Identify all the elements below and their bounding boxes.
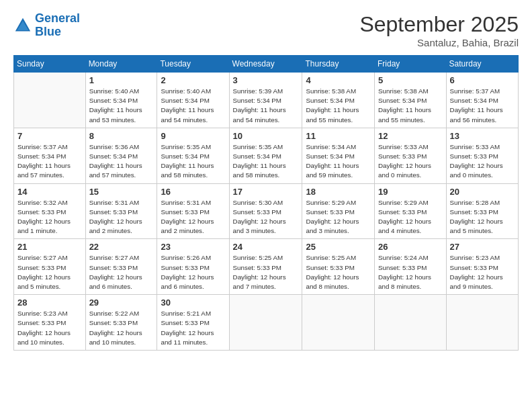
day-info: Sunrise: 5:26 AM Sunset: 5:33 PM Dayligh… [161,253,225,291]
calendar-cell: 14Sunrise: 5:32 AM Sunset: 5:33 PM Dayli… [14,183,86,239]
calendar-header-friday: Friday [375,56,447,73]
calendar-week-5: 28Sunrise: 5:23 AM Sunset: 5:33 PM Dayli… [14,295,519,351]
logo-line2: Blue [35,25,61,38]
day-number: 8 [89,131,154,141]
day-info: Sunrise: 5:27 AM Sunset: 5:33 PM Dayligh… [89,253,154,291]
calendar-week-1: 1Sunrise: 5:40 AM Sunset: 5:34 PM Daylig… [14,73,519,128]
day-number: 4 [306,75,371,85]
day-info: Sunrise: 5:35 AM Sunset: 5:34 PM Dayligh… [161,142,225,181]
calendar-cell: 26Sunrise: 5:24 AM Sunset: 5:33 PM Dayli… [375,239,447,295]
calendar-cell: 18Sunrise: 5:29 AM Sunset: 5:33 PM Dayli… [302,183,375,239]
logo-icon [13,16,32,35]
day-number: 30 [161,298,225,308]
calendar-header-tuesday: Tuesday [157,56,229,73]
day-info: Sunrise: 5:38 AM Sunset: 5:34 PM Dayligh… [306,87,371,125]
calendar-cell: 22Sunrise: 5:27 AM Sunset: 5:33 PM Dayli… [85,239,157,295]
day-info: Sunrise: 5:39 AM Sunset: 5:34 PM Dayligh… [233,87,299,125]
day-number: 25 [306,242,371,252]
day-info: Sunrise: 5:29 AM Sunset: 5:33 PM Dayligh… [306,198,371,236]
day-number: 21 [17,242,82,252]
day-number: 11 [306,131,371,141]
day-info: Sunrise: 5:37 AM Sunset: 5:34 PM Dayligh… [450,87,515,125]
calendar-cell: 17Sunrise: 5:30 AM Sunset: 5:33 PM Dayli… [229,183,302,239]
calendar-cell: 16Sunrise: 5:31 AM Sunset: 5:33 PM Dayli… [157,183,229,239]
day-number: 13 [450,131,515,141]
calendar-cell: 7Sunrise: 5:37 AM Sunset: 5:34 PM Daylig… [14,128,86,183]
page: General Blue September 2025 Santaluz, Ba… [0,0,532,411]
day-number: 20 [450,187,515,197]
day-info: Sunrise: 5:25 AM Sunset: 5:33 PM Dayligh… [306,253,371,291]
calendar-cell: 20Sunrise: 5:28 AM Sunset: 5:33 PM Dayli… [446,183,518,239]
day-info: Sunrise: 5:37 AM Sunset: 5:34 PM Dayligh… [17,142,82,181]
day-number: 18 [306,187,371,197]
day-info: Sunrise: 5:31 AM Sunset: 5:33 PM Dayligh… [161,198,225,236]
calendar-header-sunday: Sunday [14,56,86,73]
day-info: Sunrise: 5:35 AM Sunset: 5:34 PM Dayligh… [233,142,299,181]
calendar-header-row: SundayMondayTuesdayWednesdayThursdayFrid… [14,56,519,73]
calendar-cell: 3Sunrise: 5:39 AM Sunset: 5:34 PM Daylig… [229,73,302,128]
logo: General Blue [13,12,80,39]
day-number: 15 [89,187,154,197]
day-info: Sunrise: 5:30 AM Sunset: 5:33 PM Dayligh… [233,198,299,236]
calendar-week-4: 21Sunrise: 5:27 AM Sunset: 5:33 PM Dayli… [14,239,519,295]
calendar-cell: 29Sunrise: 5:22 AM Sunset: 5:33 PM Dayli… [85,295,157,351]
calendar-week-3: 14Sunrise: 5:32 AM Sunset: 5:33 PM Dayli… [14,183,519,239]
day-number: 24 [233,242,299,252]
day-info: Sunrise: 5:29 AM Sunset: 5:33 PM Dayligh… [378,198,443,236]
day-number: 7 [17,131,82,141]
calendar-cell [375,295,447,351]
day-info: Sunrise: 5:33 AM Sunset: 5:33 PM Dayligh… [450,142,515,181]
calendar-header-wednesday: Wednesday [229,56,302,73]
day-info: Sunrise: 5:34 AM Sunset: 5:34 PM Dayligh… [306,142,371,181]
day-number: 5 [378,75,443,85]
day-number: 14 [17,187,82,197]
calendar-cell: 27Sunrise: 5:23 AM Sunset: 5:33 PM Dayli… [446,239,518,295]
calendar-cell [302,295,375,351]
day-info: Sunrise: 5:21 AM Sunset: 5:33 PM Dayligh… [161,309,225,347]
calendar-cell: 13Sunrise: 5:33 AM Sunset: 5:33 PM Dayli… [446,128,518,183]
day-info: Sunrise: 5:31 AM Sunset: 5:33 PM Dayligh… [89,198,154,236]
day-number: 3 [233,75,299,85]
location: Santaluz, Bahia, Brazil [359,37,519,48]
month-title: September 2025 [359,12,519,37]
calendar-cell [229,295,302,351]
day-number: 19 [378,187,443,197]
day-number: 22 [89,242,154,252]
logo-line1: General [35,11,80,25]
day-number: 27 [450,242,515,252]
day-info: Sunrise: 5:23 AM Sunset: 5:33 PM Dayligh… [17,309,82,347]
calendar-cell: 11Sunrise: 5:34 AM Sunset: 5:34 PM Dayli… [302,128,375,183]
calendar-cell: 9Sunrise: 5:35 AM Sunset: 5:34 PM Daylig… [157,128,229,183]
day-info: Sunrise: 5:27 AM Sunset: 5:33 PM Dayligh… [17,253,82,291]
day-number: 6 [450,75,515,85]
day-info: Sunrise: 5:40 AM Sunset: 5:34 PM Dayligh… [161,87,225,125]
day-number: 17 [233,187,299,197]
calendar-week-2: 7Sunrise: 5:37 AM Sunset: 5:34 PM Daylig… [14,128,519,183]
day-number: 28 [17,298,82,308]
day-number: 29 [89,298,154,308]
header: General Blue September 2025 Santaluz, Ba… [13,12,519,48]
calendar-cell: 25Sunrise: 5:25 AM Sunset: 5:33 PM Dayli… [302,239,375,295]
day-number: 1 [89,75,154,85]
calendar-cell: 12Sunrise: 5:33 AM Sunset: 5:33 PM Dayli… [375,128,447,183]
day-info: Sunrise: 5:33 AM Sunset: 5:33 PM Dayligh… [378,142,443,181]
calendar-cell: 28Sunrise: 5:23 AM Sunset: 5:33 PM Dayli… [14,295,86,351]
day-info: Sunrise: 5:22 AM Sunset: 5:33 PM Dayligh… [89,309,154,347]
calendar-cell [446,295,518,351]
title-block: September 2025 Santaluz, Bahia, Brazil [359,12,519,48]
calendar-cell: 4Sunrise: 5:38 AM Sunset: 5:34 PM Daylig… [302,73,375,128]
calendar-cell: 5Sunrise: 5:38 AM Sunset: 5:34 PM Daylig… [375,73,447,128]
calendar-cell: 6Sunrise: 5:37 AM Sunset: 5:34 PM Daylig… [446,73,518,128]
day-info: Sunrise: 5:25 AM Sunset: 5:33 PM Dayligh… [233,253,299,291]
calendar-table: SundayMondayTuesdayWednesdayThursdayFrid… [13,55,519,351]
calendar-cell: 10Sunrise: 5:35 AM Sunset: 5:34 PM Dayli… [229,128,302,183]
calendar-cell: 8Sunrise: 5:36 AM Sunset: 5:34 PM Daylig… [85,128,157,183]
calendar-cell: 21Sunrise: 5:27 AM Sunset: 5:33 PM Dayli… [14,239,86,295]
calendar-header-thursday: Thursday [302,56,375,73]
day-number: 26 [378,242,443,252]
calendar-cell: 24Sunrise: 5:25 AM Sunset: 5:33 PM Dayli… [229,239,302,295]
calendar-cell: 23Sunrise: 5:26 AM Sunset: 5:33 PM Dayli… [157,239,229,295]
day-number: 12 [378,131,443,141]
calendar-cell: 15Sunrise: 5:31 AM Sunset: 5:33 PM Dayli… [85,183,157,239]
day-number: 23 [161,242,225,252]
